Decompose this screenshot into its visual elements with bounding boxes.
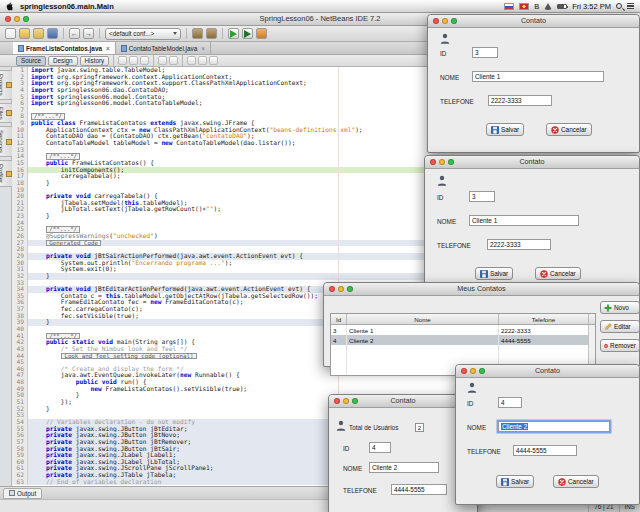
dock-tab-label: Files xyxy=(0,107,4,120)
chevron-down-icon xyxy=(173,32,177,35)
contact-row[interactable]: 4Cliente 24444-5555 xyxy=(331,335,595,345)
close-button[interactable] xyxy=(5,16,11,22)
next-bookmark-icon[interactable] xyxy=(198,56,207,65)
telefone-field[interactable]: 2222-3333 xyxy=(488,95,552,106)
view-source-button[interactable]: Source xyxy=(16,56,46,66)
plus-icon xyxy=(604,304,612,312)
output-tab[interactable]: Output xyxy=(3,488,42,499)
close-button[interactable] xyxy=(430,159,436,165)
input-language-flag-icon-2[interactable] xyxy=(519,3,529,10)
column-header-nome[interactable]: Nome xyxy=(347,314,499,324)
minus-icon xyxy=(604,342,608,350)
apple-menu-icon[interactable] xyxy=(6,2,14,11)
clean-build-icon[interactable] xyxy=(206,28,217,39)
view-history-button[interactable]: History xyxy=(80,56,110,66)
telefone-field[interactable]: 4444-5555 xyxy=(513,445,577,456)
minimize-button[interactable] xyxy=(338,286,344,292)
zoom-button[interactable] xyxy=(448,159,454,165)
forward-icon[interactable] xyxy=(140,56,149,65)
salvar-button[interactable]: Salvar xyxy=(475,267,513,280)
column-header-telefone[interactable]: Telefone xyxy=(499,314,589,324)
close-button[interactable] xyxy=(433,18,439,24)
close-tab-icon[interactable]: × xyxy=(201,45,205,52)
minimize-button[interactable] xyxy=(14,16,20,22)
zoom-button[interactable] xyxy=(451,18,457,24)
notification-center-icon[interactable] xyxy=(627,3,634,9)
window-titlebar[interactable]: Contato xyxy=(428,15,639,28)
configuration-selector[interactable]: <default conf...> xyxy=(105,28,181,40)
window-titlebar[interactable]: Contato xyxy=(456,365,639,378)
bluetooth-icon[interactable]: B xyxy=(534,3,539,10)
traffic-lights xyxy=(5,16,29,22)
view-design-button[interactable]: Design xyxy=(48,56,78,66)
highlight-occurrences-icon[interactable] xyxy=(169,56,178,65)
redo-icon[interactable]: → xyxy=(83,28,94,39)
zoom-button[interactable] xyxy=(479,368,485,374)
telefone-field[interactable]: 4444-5555 xyxy=(391,484,447,495)
profile-project-icon[interactable] xyxy=(256,28,267,39)
novo-button[interactable]: Novo xyxy=(600,301,640,314)
save-disk-icon xyxy=(501,478,509,486)
id-field[interactable]: 4 xyxy=(369,442,391,453)
nome-field[interactable]: Cliente 1 xyxy=(472,71,604,82)
zoom-button[interactable] xyxy=(23,16,29,22)
line-number[interactable]: 63 xyxy=(12,479,28,486)
minimize-button[interactable] xyxy=(439,159,445,165)
window-titlebar[interactable]: Contato xyxy=(425,156,639,169)
id-field[interactable]: 3 xyxy=(469,191,495,202)
close-button[interactable] xyxy=(329,286,335,292)
last-edit-icon[interactable] xyxy=(118,56,127,65)
nome-field[interactable]: Cliente 2 xyxy=(369,462,439,473)
back-icon[interactable] xyxy=(129,56,138,65)
remover-button[interactable]: Remover xyxy=(600,339,640,352)
window-titlebar[interactable]: Meus Contatos xyxy=(324,283,639,296)
nome-field[interactable]: Cliente 1 xyxy=(469,215,579,226)
window-title: Contato xyxy=(428,15,639,27)
previous-bookmark-icon[interactable] xyxy=(187,56,196,65)
close-button[interactable] xyxy=(461,368,467,374)
cancelar-button[interactable]: Cancelar xyxy=(546,123,592,136)
nome-label: NOME xyxy=(440,74,459,81)
contact-row[interactable]: 3Cliente 12222-3333 xyxy=(331,325,595,335)
new-project-icon[interactable] xyxy=(19,28,30,39)
find-selection-icon[interactable] xyxy=(158,56,167,65)
nome-field[interactable]: Cliente 2 xyxy=(498,421,610,432)
save-all-icon[interactable] xyxy=(47,28,58,39)
tab-framelistacontatos[interactable]: FrameListaContatos.java × xyxy=(13,42,116,54)
table-cell: 2222-3333 xyxy=(499,325,589,335)
wifi-icon[interactable] xyxy=(544,3,552,10)
undo-icon[interactable]: ← xyxy=(69,28,80,39)
open-project-icon[interactable] xyxy=(33,28,44,39)
zoom-button[interactable] xyxy=(352,398,358,404)
close-button[interactable] xyxy=(334,398,340,404)
tab-contatotablemodel[interactable]: ContatoTableModel.java × xyxy=(116,42,211,54)
total-usuarios-label: Total de Usuários xyxy=(349,424,398,431)
editar-button[interactable]: Editar xyxy=(600,320,640,333)
salvar-button[interactable]: Salvar xyxy=(486,123,524,136)
minimize-button[interactable] xyxy=(442,18,448,24)
zoom-button[interactable] xyxy=(347,286,353,292)
menu-bar-clock[interactable]: Fri 3:52 PM xyxy=(572,2,611,11)
battery-icon[interactable] xyxy=(557,4,567,9)
input-language-flag-icon[interactable] xyxy=(504,3,514,10)
column-header-id[interactable]: Id xyxy=(331,314,347,324)
debug-project-icon[interactable] xyxy=(242,28,253,39)
new-file-icon[interactable] xyxy=(5,28,16,39)
table-header: Id Nome Telefone xyxy=(331,314,595,325)
id-field[interactable]: 3 xyxy=(472,47,498,58)
build-project-icon[interactable] xyxy=(192,28,203,39)
app-menu-title[interactable]: springlesson06.main.Main xyxy=(20,2,114,11)
run-project-icon[interactable] xyxy=(228,28,239,39)
id-field[interactable]: 4 xyxy=(498,397,522,408)
toggle-bookmark-icon[interactable] xyxy=(209,56,218,65)
close-tab-icon[interactable]: × xyxy=(106,45,110,52)
cancelar-button[interactable]: Cancelar xyxy=(535,267,581,280)
minimize-button[interactable] xyxy=(343,398,349,404)
salvar-button[interactable]: Salvar xyxy=(496,475,534,488)
minimize-button[interactable] xyxy=(470,368,476,374)
telefone-field[interactable]: 2222-3333 xyxy=(487,239,551,250)
cancelar-button[interactable]: Cancelar xyxy=(553,475,599,488)
total-usuarios-value: 2 xyxy=(415,423,424,432)
spotlight-icon[interactable] xyxy=(616,3,622,9)
window-title: Contato xyxy=(425,156,639,168)
